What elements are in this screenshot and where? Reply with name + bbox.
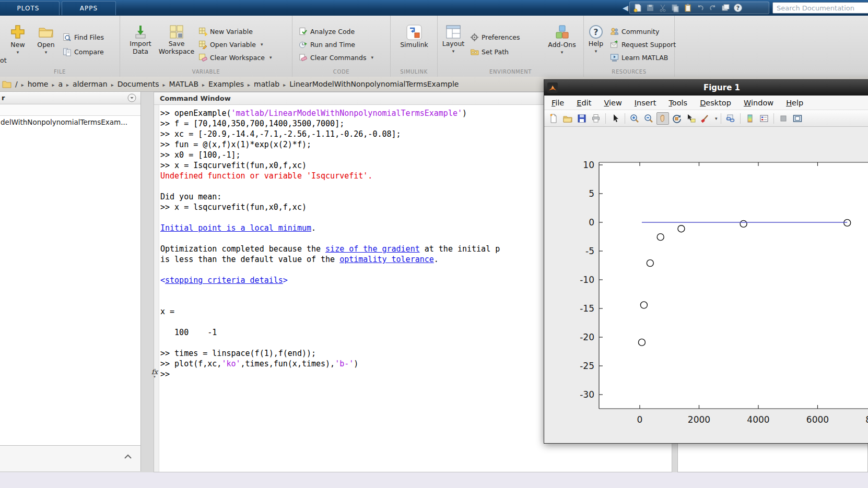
link-plots-icon[interactable] bbox=[724, 112, 737, 125]
console-link[interactable]: optimality tolerance bbox=[339, 255, 434, 264]
pan-icon[interactable] bbox=[656, 112, 669, 125]
new-dropdown-caret[interactable]: ▾ bbox=[4, 50, 31, 54]
console-link[interactable]: stopping criteria details bbox=[165, 276, 283, 285]
preferences-button[interactable]: Preferences bbox=[470, 32, 520, 42]
open-button[interactable]: Open ▾ bbox=[32, 24, 60, 54]
breadcrumb-segment[interactable]: MATLAB bbox=[168, 80, 200, 88]
figure-menu-help[interactable]: Help bbox=[786, 99, 803, 107]
add-ons-caret[interactable]: ▾ bbox=[546, 50, 578, 54]
figure-menu-edit[interactable]: Edit bbox=[577, 99, 591, 107]
layout-caret[interactable]: ▾ bbox=[440, 49, 467, 53]
simulink-button[interactable]: Simulink bbox=[398, 24, 430, 49]
breadcrumb-separator-icon: ▸ bbox=[50, 82, 56, 88]
figure-plot-area[interactable]: 020004000600080001050-5-10-15-20-25-30 bbox=[544, 127, 868, 443]
import-data-button[interactable]: Import Data bbox=[124, 24, 157, 55]
switch-windows-icon[interactable] bbox=[721, 3, 730, 13]
breadcrumb-segment[interactable]: home bbox=[26, 80, 50, 88]
brush-icon[interactable] bbox=[699, 112, 711, 125]
redo-icon[interactable] bbox=[708, 3, 718, 13]
zoom-out-icon[interactable] bbox=[642, 112, 655, 125]
open-dropdown-caret[interactable]: ▾ bbox=[32, 50, 60, 54]
svg-text:-20: -20 bbox=[580, 332, 594, 342]
run-and-time-button[interactable]: Run and Time bbox=[299, 39, 355, 50]
show-plot-tools-icon[interactable] bbox=[791, 112, 804, 125]
panel-actions-icon[interactable] bbox=[127, 93, 136, 102]
clear-commands-button[interactable]: Clear Commands ▾ bbox=[299, 52, 373, 63]
open-variable-caret[interactable]: ▾ bbox=[261, 42, 263, 47]
clear-workspace-caret[interactable]: ▾ bbox=[269, 55, 272, 60]
rotate-3d-icon[interactable] bbox=[671, 112, 683, 125]
insert-legend-icon[interactable] bbox=[758, 112, 770, 125]
breadcrumb-segment[interactable]: LinearModelWithNonpolynomialTermsExample bbox=[288, 80, 460, 88]
set-path-button[interactable]: Set Path bbox=[470, 46, 509, 57]
insert-colorbar-icon[interactable] bbox=[744, 112, 756, 125]
breadcrumb-segment[interactable]: alderman bbox=[71, 80, 109, 88]
tab-apps[interactable]: APPS bbox=[62, 1, 116, 15]
hide-plot-tools-icon[interactable] bbox=[777, 112, 790, 125]
current-folder-icon bbox=[2, 80, 11, 88]
command-window-title: Command Window bbox=[160, 94, 231, 102]
details-collapse-bar[interactable] bbox=[0, 445, 141, 471]
figure-menu-insert[interactable]: Insert bbox=[635, 99, 656, 107]
tab-plots[interactable]: PLOTS bbox=[0, 1, 60, 15]
help-icon[interactable]: ? bbox=[733, 3, 743, 13]
zoom-in-icon[interactable] bbox=[628, 112, 641, 125]
clear-commands-caret[interactable]: ▾ bbox=[371, 55, 373, 60]
breadcrumb-segment[interactable]: Examples bbox=[207, 80, 245, 88]
new-button[interactable]: New ▾ bbox=[4, 24, 31, 54]
console-link[interactable]: size of the gradient bbox=[325, 244, 420, 254]
breadcrumb-segment[interactable]: / bbox=[14, 80, 19, 88]
pointer-icon[interactable] bbox=[609, 112, 621, 125]
help-caret[interactable]: ▾ bbox=[585, 49, 607, 53]
brush-caret[interactable]: ▾ bbox=[715, 116, 718, 121]
figure-menu-desktop[interactable]: Desktop bbox=[700, 99, 731, 107]
console-text-segment: > bbox=[283, 276, 288, 285]
help-circle-icon: ? bbox=[588, 24, 604, 40]
figure-menu-tools[interactable]: Tools bbox=[668, 99, 687, 107]
add-ons-button[interactable]: Add-Ons ▾ bbox=[546, 24, 578, 54]
open-variable-button[interactable]: Open Variable ▾ bbox=[198, 39, 263, 50]
file-list-item[interactable]: delWithNonpolynomialTermsExam... bbox=[1, 118, 127, 126]
clear-workspace-button[interactable]: Clear Workspace ▾ bbox=[198, 52, 272, 63]
save-icon[interactable] bbox=[646, 3, 655, 13]
clipped-button-fragment[interactable]: ot bbox=[0, 56, 7, 64]
analyze-code-button[interactable]: Analyze Code bbox=[299, 26, 355, 37]
request-support-button[interactable]: Request Support bbox=[610, 39, 676, 50]
quick-access-collapse-icon[interactable]: ◀ bbox=[623, 3, 628, 13]
learn-matlab-button[interactable]: Learn MATLAB bbox=[610, 52, 668, 63]
console-text-segment: ,times,fun(x,times), bbox=[241, 359, 335, 368]
layout-button[interactable]: Layout ▾ bbox=[440, 24, 467, 53]
figure-menu-view[interactable]: View bbox=[604, 99, 621, 107]
data-cursor-icon[interactable] bbox=[685, 112, 697, 125]
cut-icon[interactable] bbox=[658, 3, 667, 13]
new-figure-icon[interactable] bbox=[547, 112, 560, 125]
breadcrumb-segment[interactable]: matlab bbox=[252, 80, 281, 88]
figure-menu-file[interactable]: File bbox=[552, 99, 564, 107]
breadcrumb-separator-icon: ▸ bbox=[109, 82, 116, 88]
open-file-icon[interactable] bbox=[561, 112, 574, 125]
console-link[interactable]: Initial point is a local minimum bbox=[160, 223, 311, 233]
new-script-icon[interactable] bbox=[633, 3, 642, 13]
undo-icon[interactable] bbox=[696, 3, 705, 13]
save-figure-icon[interactable] bbox=[576, 112, 588, 125]
new-variable-button[interactable]: New Variable bbox=[198, 26, 253, 37]
find-files-button[interactable]: Find Files bbox=[63, 32, 104, 42]
breadcrumb-segment[interactable]: a bbox=[56, 80, 64, 88]
console-text-segment: < bbox=[160, 276, 165, 285]
figure-window[interactable]: Figure 1 FileEditViewInsertToolsDesktopW… bbox=[544, 79, 868, 444]
save-workspace-button[interactable]: Save Workspace bbox=[158, 24, 195, 55]
figure-menu-window[interactable]: Window bbox=[744, 99, 773, 107]
section-label-environment: ENVIRONMENT bbox=[438, 69, 583, 75]
breadcrumb-segment[interactable]: Documents bbox=[116, 80, 161, 88]
figure-titlebar[interactable]: Figure 1 bbox=[544, 80, 868, 96]
paste-icon[interactable] bbox=[683, 3, 693, 13]
print-figure-icon[interactable] bbox=[590, 112, 602, 125]
search-documentation-input[interactable] bbox=[772, 2, 868, 14]
fx-indicator[interactable]: fx▾ bbox=[149, 369, 160, 378]
compare-button[interactable]: Compare bbox=[63, 46, 104, 57]
console-text-segment: ) bbox=[354, 359, 358, 368]
console-text-segment: >> x0 = [100,-1]; bbox=[160, 150, 241, 160]
copy-icon[interactable] bbox=[671, 3, 680, 13]
community-button[interactable]: Community bbox=[610, 26, 659, 37]
help-button[interactable]: ? Help ▾ bbox=[585, 24, 607, 53]
